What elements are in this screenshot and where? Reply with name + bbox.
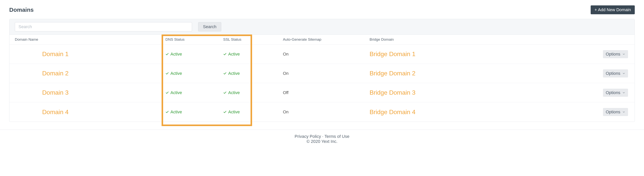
col-bridge: Bridge Domain (370, 37, 592, 42)
options-button[interactable]: Options (603, 108, 628, 116)
table-header: Domain Name DNS Status SSL Status Auto-G… (10, 35, 634, 45)
bridge-domain-cell: Bridge Domain 1 (370, 51, 592, 58)
dns-status-text: Active (170, 90, 182, 95)
ssl-status-text: Active (228, 71, 240, 76)
options-button-label: Options (606, 71, 620, 76)
col-dns-status: DNS Status (166, 37, 223, 42)
check-icon (223, 72, 227, 75)
options-button[interactable]: Options (603, 50, 628, 58)
check-icon (166, 110, 169, 114)
dns-status-text: Active (170, 71, 182, 76)
chevron-down-icon (622, 110, 625, 114)
domain-name-cell: Domain 1 (10, 51, 166, 58)
dns-status-text: Active (170, 52, 182, 57)
check-icon (223, 91, 227, 94)
options-button[interactable]: Options (603, 69, 628, 78)
col-domain-name: Domain Name (10, 37, 166, 42)
sitemap-cell: Off (283, 90, 370, 95)
options-button[interactable]: Options (603, 89, 628, 97)
footer: Privacy Policy · Terms of Use © 2020 Yex… (0, 129, 644, 152)
dns-status-cell: Active (166, 52, 223, 57)
check-icon (166, 72, 169, 75)
search-bar: Search (10, 19, 634, 35)
bridge-domain-cell: Bridge Domain 3 (370, 89, 592, 96)
privacy-policy-link[interactable]: Privacy Policy (295, 134, 321, 139)
footer-separator: · (321, 134, 324, 139)
footer-copyright: © 2020 Yext Inc. (0, 139, 644, 144)
dns-status-text: Active (170, 109, 182, 114)
dns-status-cell: Active (166, 90, 223, 95)
check-icon (223, 52, 227, 56)
terms-of-use-link[interactable]: Terms of Use (324, 134, 350, 139)
search-button[interactable]: Search (198, 22, 221, 32)
domains-panel: Search Domain Name DNS Status SSL Status… (9, 19, 635, 122)
chevron-down-icon (622, 53, 625, 56)
options-button-label: Options (606, 109, 620, 114)
check-icon (166, 91, 169, 94)
ssl-status-cell: Active (223, 90, 283, 95)
search-input[interactable] (15, 22, 192, 32)
table-row: Domain 3ActiveActiveOffBridge Domain 3Op… (10, 83, 634, 102)
domain-name-cell: Domain 2 (10, 70, 166, 77)
table-body: Domain 1ActiveActiveOnBridge Domain 1Opt… (10, 45, 634, 122)
options-button-label: Options (606, 52, 620, 57)
check-icon (166, 52, 169, 56)
chevron-down-icon (622, 72, 625, 75)
add-new-domain-button[interactable]: + Add New Domain (591, 6, 635, 14)
bridge-domain-cell: Bridge Domain 4 (370, 109, 592, 116)
check-icon (223, 110, 227, 114)
sitemap-cell: On (283, 52, 370, 57)
domain-name-cell: Domain 4 (10, 109, 166, 116)
chevron-down-icon (622, 91, 625, 94)
bridge-domain-cell: Bridge Domain 2 (370, 70, 592, 77)
domain-name-cell: Domain 3 (10, 89, 166, 96)
page-title: Domains (9, 7, 34, 13)
dns-status-cell: Active (166, 109, 223, 114)
ssl-status-text: Active (228, 109, 240, 114)
col-sitemap: Auto-Generate Sitemap (283, 37, 370, 42)
ssl-status-cell: Active (223, 52, 283, 57)
sitemap-cell: On (283, 71, 370, 76)
col-ssl-status: SSL Status (223, 37, 283, 42)
table-row: Domain 2ActiveActiveOnBridge Domain 2Opt… (10, 64, 634, 83)
ssl-status-text: Active (228, 90, 240, 95)
table-row: Domain 4ActiveActiveOnBridge Domain 4Opt… (10, 102, 634, 122)
ssl-status-cell: Active (223, 71, 283, 76)
sitemap-cell: On (283, 109, 370, 114)
table-row: Domain 1ActiveActiveOnBridge Domain 1Opt… (10, 45, 634, 64)
ssl-status-cell: Active (223, 109, 283, 114)
dns-status-cell: Active (166, 71, 223, 76)
options-button-label: Options (606, 90, 620, 95)
ssl-status-text: Active (228, 52, 240, 57)
